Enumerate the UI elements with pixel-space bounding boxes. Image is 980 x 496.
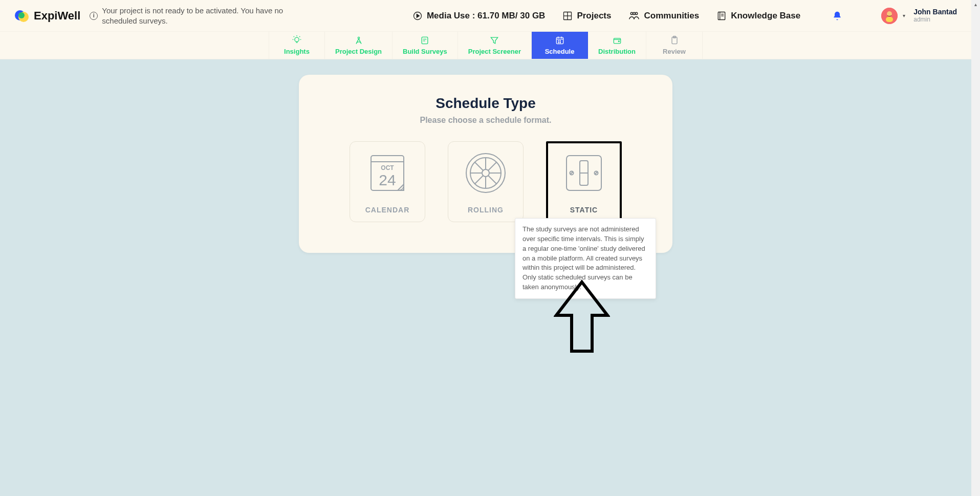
brand-name: ExpiWell (34, 9, 80, 23)
svg-rect-17 (886, 17, 893, 22)
nav-projects[interactable]: Projects (558, 8, 615, 24)
user-role: admin (913, 16, 957, 23)
svg-text:OCT: OCT (381, 164, 394, 171)
tab-distribution[interactable]: Distribution (588, 32, 646, 59)
nav-knowledge-base[interactable]: Knowledge Base (712, 8, 804, 24)
svg-line-64 (595, 172, 598, 175)
svg-point-36 (560, 40, 560, 41)
info-icon: i (90, 12, 98, 20)
tab-project-design[interactable]: Project Design (325, 32, 393, 59)
wallet-icon (612, 35, 622, 46)
svg-point-40 (618, 41, 619, 42)
brand-logo-mark (14, 8, 30, 24)
svg-line-27 (359, 39, 361, 44)
lightbulb-icon (292, 35, 302, 46)
calendar-page-icon: OCT 24 (364, 149, 411, 197)
schedule-type-static[interactable]: STATIC (546, 141, 622, 222)
tab-insights-label: Insights (284, 48, 310, 55)
project-tab-nav: Insights Project Design Build Surveys Pr… (0, 32, 971, 59)
scroll-up-icon[interactable]: ▴ (971, 0, 980, 9)
svg-point-10 (633, 12, 635, 14)
svg-line-54 (475, 162, 483, 170)
schedule-type-title: Schedule Type (324, 95, 647, 112)
schedule-type-rolling[interactable]: ROLLING (448, 141, 524, 222)
tab-build-surveys-label: Build Surveys (403, 48, 447, 55)
annotation-arrow-icon (554, 279, 610, 356)
calendar-icon (555, 35, 565, 46)
status-text: Your project is not ready to be activate… (102, 6, 284, 26)
svg-point-38 (560, 42, 560, 43)
compass-icon (354, 35, 364, 46)
scrollbar[interactable]: ▴ (971, 0, 980, 496)
svg-line-62 (571, 172, 573, 175)
tab-distribution-label: Distribution (598, 48, 636, 55)
chevron-down-icon: ▾ (903, 13, 905, 18)
svg-line-26 (356, 39, 359, 44)
svg-point-37 (558, 42, 558, 43)
svg-point-8 (631, 12, 633, 14)
switch-plate-icon (560, 149, 607, 197)
schedule-type-cards: OCT 24 CALENDAR (324, 141, 647, 222)
svg-text:24: 24 (379, 171, 396, 188)
svg-line-55 (488, 176, 496, 184)
user-menu[interactable]: ▾ John Bantad admin (881, 8, 957, 24)
schedule-type-subtitle: Please choose a schedule format. (324, 116, 647, 125)
tab-project-screener-label: Project Screener (468, 48, 521, 55)
book-icon (716, 11, 727, 21)
tab-project-design-label: Project Design (335, 48, 382, 55)
tab-build-surveys[interactable]: Build Surveys (393, 32, 458, 59)
tab-schedule-label: Schedule (545, 48, 575, 55)
tab-review[interactable]: Review (646, 32, 703, 59)
tab-schedule[interactable]: Schedule (532, 32, 588, 59)
schedule-type-panel: Schedule Type Please choose a schedule f… (299, 75, 672, 253)
svg-point-25 (358, 37, 359, 38)
svg-line-23 (299, 36, 300, 37)
tab-insights[interactable]: Insights (269, 32, 325, 59)
funnel-icon (489, 35, 499, 46)
user-name: John Bantad (913, 8, 957, 16)
schedule-type-calendar-label: CALENDAR (365, 206, 410, 214)
notifications-bell-icon[interactable] (832, 11, 842, 21)
svg-marker-4 (417, 14, 419, 17)
svg-point-9 (636, 12, 638, 14)
svg-point-18 (295, 37, 299, 41)
svg-point-49 (482, 169, 489, 177)
avatar (881, 8, 898, 24)
nav-communities-label: Communities (644, 11, 699, 21)
schedule-type-static-label: STATIC (570, 206, 598, 214)
svg-rect-28 (422, 37, 428, 44)
nav-knowledge-base-label: Knowledge Base (731, 11, 800, 21)
wheel-icon (462, 149, 509, 197)
tab-review-label: Review (663, 48, 686, 55)
nav-projects-label: Projects (577, 11, 611, 21)
svg-line-56 (488, 162, 496, 170)
svg-line-22 (294, 36, 294, 37)
people-icon (628, 11, 640, 21)
top-header: ExpiWell i Your project is not ready to … (0, 0, 971, 32)
svg-point-2 (18, 12, 25, 18)
form-icon (420, 35, 430, 46)
clipboard-icon (669, 35, 680, 46)
media-use-indicator[interactable]: Media Use : 61.70 MB/ 30 GB (408, 8, 549, 24)
schedule-type-calendar[interactable]: OCT 24 CALENDAR (350, 141, 425, 222)
media-use-text: Media Use : 61.70 MB/ 30 GB (427, 11, 545, 21)
grid-icon (562, 11, 573, 21)
project-status-message: i Your project is not ready to be activa… (90, 6, 284, 26)
main-content: Schedule Type Please choose a schedule f… (0, 59, 971, 253)
svg-line-57 (475, 176, 483, 184)
svg-point-35 (558, 40, 558, 41)
brand-logo[interactable]: ExpiWell (14, 8, 80, 24)
nav-communities[interactable]: Communities (624, 8, 703, 24)
schedule-type-rolling-label: ROLLING (468, 206, 504, 214)
play-circle-icon (412, 11, 423, 21)
tab-project-screener[interactable]: Project Screener (458, 32, 532, 59)
